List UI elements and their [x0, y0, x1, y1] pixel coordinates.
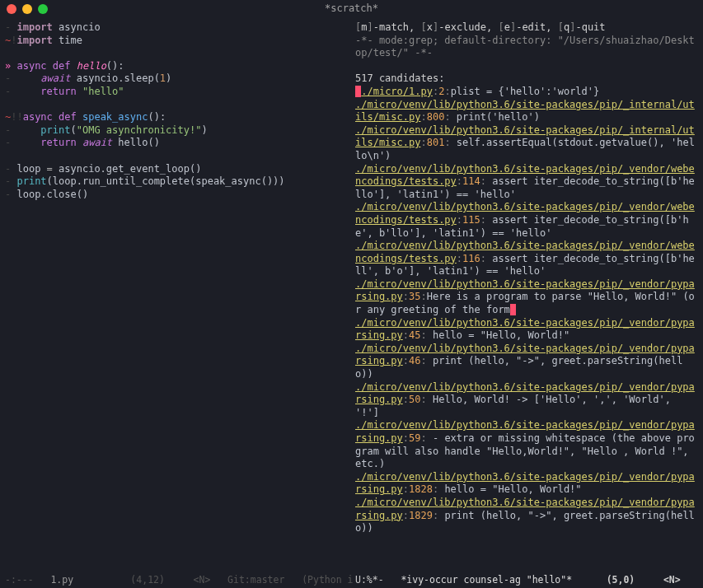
grep-header[interactable]: -*- mode:grep; default-directory: "/User… [355, 35, 700, 60]
gutter-mark: » [5, 60, 16, 72]
code-line[interactable]: - print("OMG asynchronicity!") [5, 124, 345, 138]
search-result[interactable]: ./micro/venv/lib/python3.6/site-packages… [355, 497, 700, 535]
result-path[interactable]: ./micro/1.py [361, 86, 433, 97]
modeline-left: -:--- 1.py (4,12) <N> Git:master (Python… [5, 574, 355, 586]
grep-header: -*- mode:grep; default-directory: "/User… [355, 35, 695, 59]
search-result[interactable]: ./micro/venv/lib/python3.6/site-packages… [355, 124, 700, 163]
search-result[interactable]: ./micro/1.py:2:plist = {'hello':'world'} [355, 86, 700, 99]
ml-buffer: *ivy-occur counsel-ag "hello"* [401, 574, 572, 586]
code-line[interactable] [5, 99, 345, 112]
result-text: print('hello') [451, 111, 540, 123]
code-line[interactable] [5, 47, 345, 60]
search-result[interactable]: ./micro/venv/lib/python3.6/site-packages… [355, 381, 700, 420]
ml-mode: (Python i [302, 574, 353, 586]
code-line[interactable]: - loop.close() [5, 189, 345, 202]
result-line-number: 35 [409, 291, 420, 302]
code-line[interactable]: » async def hello(): [5, 60, 345, 73]
search-result[interactable]: ./micro/venv/lib/python3.6/site-packages… [355, 419, 700, 470]
search-result[interactable]: ./micro/venv/lib/python3.6/site-packages… [355, 317, 700, 343]
zoom-icon[interactable] [38, 4, 48, 14]
code-line[interactable]: - import asyncio [5, 21, 345, 35]
ml-pos: (5,0) [607, 574, 635, 586]
result-text: hello = "Hello, World!" [427, 329, 569, 341]
gutter-mark [5, 150, 16, 161]
search-result[interactable]: ./micro/venv/lib/python3.6/site-packages… [355, 343, 700, 381]
ml-pos: (4,12) [130, 574, 165, 586]
code-line[interactable]: - return "hello" [5, 86, 345, 99]
modeline: -:--- 1.py (4,12) <N> Git:master (Python… [0, 572, 703, 588]
search-result[interactable]: ./micro/venv/lib/python3.6/site-packages… [355, 99, 700, 124]
gutter-mark: - [5, 72, 16, 84]
result-line-number: 1829 [409, 510, 433, 521]
ml-status: U:%*- [355, 574, 384, 586]
ml-enc: <N> [663, 574, 681, 586]
code-line[interactable]: ~!!async def speak_async(): [5, 111, 345, 124]
code-line[interactable]: - print(loop.run_until_complete(speak_as… [5, 175, 345, 189]
search-result[interactable]: ./micro/venv/lib/python3.6/site-packages… [355, 278, 700, 317]
blank[interactable] [355, 60, 700, 73]
ml-vc: Git:master [227, 574, 284, 586]
result-line-number: 50 [409, 394, 420, 405]
result-line-number: 800 [427, 111, 445, 123]
search-result[interactable]: ./micro/venv/lib/python3.6/site-packages… [355, 471, 700, 497]
code-line[interactable]: ~!import time [5, 35, 345, 48]
gutter-mark: - [5, 189, 16, 200]
gutter-mark: - [5, 86, 16, 97]
candidate-count: 517 candidates: [355, 72, 444, 84]
gutter-mark [5, 99, 16, 110]
search-result[interactable]: ./micro/venv/lib/python3.6/site-packages… [355, 163, 700, 202]
search-result[interactable]: ./micro/venv/lib/python3.6/site-packages… [355, 201, 700, 240]
result-line-number: 1828 [409, 483, 433, 495]
search-results-pane[interactable]: [m]-match, [x]-exclude, [e]-edit, [q]-qu… [350, 18, 703, 572]
gutter-mark [5, 47, 16, 58]
ml-enc: <N> [194, 574, 211, 586]
result-line-number: 46 [409, 355, 420, 366]
result-text: hello = "Hello, World!" [438, 483, 581, 495]
code-line[interactable] [5, 150, 345, 163]
modeline-right: U:%*- *ivy-occur counsel-ag "hello"* (5,… [355, 574, 698, 586]
result-text: plist = {'hello':'world'} [451, 86, 600, 97]
close-icon[interactable] [7, 4, 16, 14]
cursor-icon [510, 304, 516, 315]
help-line[interactable]: [m]-match, [x]-exclude, [e]-edit, [q]-qu… [355, 21, 700, 35]
result-line-number: 45 [409, 329, 420, 341]
code-pane[interactable]: - import asyncio~!import time » async de… [0, 18, 350, 572]
gutter-mark: ~! [5, 35, 16, 46]
editor-split: - import asyncio~!import time » async de… [0, 18, 703, 572]
gutter-mark: ~!! [5, 111, 23, 123]
minimize-icon[interactable] [22, 4, 32, 14]
gutter-mark: - [5, 21, 16, 33]
code-line[interactable]: - loop = asyncio.get_event_loop() [5, 163, 345, 176]
gutter-mark: - [5, 175, 16, 187]
result-line-number: 115 [462, 214, 480, 226]
gutter-mark: - [5, 163, 16, 175]
code-line[interactable]: - return await hello() [5, 137, 345, 150]
window-controls [7, 4, 48, 14]
result-line-number: 116 [462, 253, 480, 264]
code-line[interactable]: - await asyncio.sleep(1) [5, 72, 345, 86]
help-keys: [m]-match, [x]-exclude, [e]-edit, [q]-qu… [355, 21, 606, 33]
gutter-mark: - [5, 137, 16, 148]
title-bar: *scratch* [0, 0, 703, 18]
ml-buffer: 1.py [50, 574, 73, 586]
candidate-count[interactable]: 517 candidates: [355, 72, 700, 86]
gutter-mark: - [5, 124, 16, 136]
result-line-number: 801 [427, 137, 445, 148]
result-line-number: 114 [462, 175, 480, 187]
window-title: *scratch* [325, 2, 378, 16]
ml-status: -:--- [5, 574, 34, 586]
result-line-number: 59 [409, 432, 420, 444]
search-result[interactable]: ./micro/venv/lib/python3.6/site-packages… [355, 240, 700, 278]
